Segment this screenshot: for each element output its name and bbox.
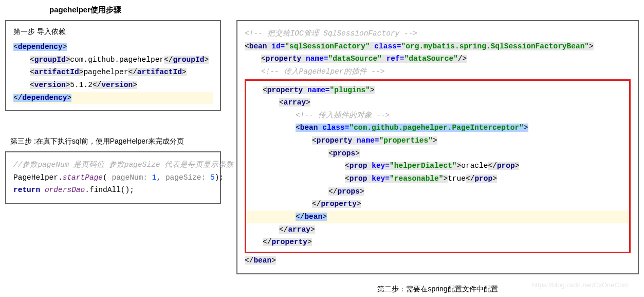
comment-ioc: <!-- 把交给IOC管理 SqlSessionFactory --> — [245, 27, 631, 40]
attr-name-props: name= — [357, 136, 379, 145]
step3-comment: //参数pageNum 是页码值 参数pageSize 代表是每页显示条数 — [13, 159, 213, 171]
step3-box: //参数pageNum 是页码值 参数pageSize 代表是每页显示条数 Pa… — [5, 151, 221, 204]
inner-bean-open: bean — [300, 124, 318, 132]
param-pagenum-label: pageNum: — [112, 173, 148, 182]
version-val: 5.1.2 — [70, 81, 93, 89]
inner-class-val: "com.github.pagehelper.PageInterceptor" — [349, 124, 523, 132]
main-container: 第一步 导入依赖 <dependency> <groupId>com.githu… — [5, 20, 639, 294]
props-close: props — [337, 187, 360, 196]
attr-name-ds-val: "dataSource" — [328, 55, 382, 63]
right-column: <!-- 把交给IOC管理 SqlSessionFactory --> <bea… — [236, 20, 639, 294]
val-reason: true — [448, 174, 466, 183]
attr-id: id= — [271, 42, 285, 50]
attr-name-ds: name= — [306, 55, 328, 63]
bean-open: bean — [249, 42, 267, 50]
property-props-close: property — [321, 200, 357, 208]
attr-class-val: "org.mybatis.spring.SqlSessionFactoryBea… — [401, 42, 589, 50]
pagehelper-class: PageHelper. — [13, 173, 63, 182]
param-pagesize-label: pageSize: — [165, 173, 206, 182]
step3-heading: 第三步 :在真下执行sql前，使用PageHelper来完成分页 — [10, 137, 221, 146]
comment-obj: <!-- 传入插件的对象 --> — [246, 109, 629, 122]
groupid-val: com.github.pagehelper — [70, 56, 164, 64]
groupid-tag: groupId — [34, 56, 66, 64]
return-kw: return — [13, 186, 40, 194]
property-ds: property — [266, 55, 302, 63]
prop-dialect: prop — [349, 162, 367, 170]
version-tag: version — [34, 81, 66, 89]
step1-heading: 第一步 导入依赖 — [13, 27, 213, 37]
key-reason-val: "reasonable" — [390, 174, 443, 183]
watermark: https://blog.csdn.net/CxOneCom — [532, 281, 629, 289]
bean-close: bean — [253, 256, 271, 265]
property-plugins: property — [267, 86, 303, 94]
redbox-highlight: <property name="plugins"> <array> <!-- 传… — [245, 79, 631, 253]
artifactid-close: artifactId — [137, 68, 182, 76]
dependency-close: dependency — [22, 94, 67, 102]
attr-ref-val: "dataSource" — [404, 55, 457, 63]
attr-plugins-val: "plugins" — [330, 86, 370, 94]
attr-key-reason: key= — [372, 174, 390, 183]
prop-reason-close: prop — [474, 174, 492, 183]
attr-name-plugins: name= — [307, 86, 330, 94]
key-dialect-val: "helperDialect" — [390, 162, 457, 170]
attr-class: class= — [374, 42, 401, 50]
array-open: array — [284, 98, 306, 107]
val-dialect: oracle — [461, 162, 488, 170]
step1-code: <dependency> <groupId>com.github.pagehel… — [13, 41, 213, 104]
attr-ref: ref= — [387, 55, 404, 63]
left-column: 第一步 导入依赖 <dependency> <groupId>com.githu… — [5, 20, 221, 294]
artifactid-val: pagehelper — [83, 68, 128, 76]
startpage-method: startPage — [63, 173, 103, 182]
findall-call: .findAll(); — [85, 186, 134, 194]
array-close: array — [288, 225, 310, 234]
inner-bean-close: bean — [304, 213, 322, 221]
step1-box: 第一步 导入依赖 <dependency> <groupId>com.githu… — [5, 20, 221, 111]
attr-id-val: "sqlSessionFactory" — [285, 42, 370, 50]
dao-ident: ordersDao — [45, 186, 85, 194]
props-open: props — [333, 149, 356, 158]
inner-attr-class: class= — [322, 124, 349, 132]
artifactid-tag: artifactId — [34, 68, 79, 76]
step2-code: <!-- 把交给IOC管理 SqlSessionFactory --> <bea… — [245, 27, 631, 267]
prop-reason: prop — [349, 174, 367, 183]
groupid-close: groupId — [173, 56, 204, 64]
step2-box: <!-- 把交给IOC管理 SqlSessionFactory --> <bea… — [236, 20, 639, 274]
property-props: property — [317, 136, 353, 145]
property-plugins-close: property — [271, 238, 307, 246]
dependency-open: dependency — [18, 43, 63, 51]
param-pagesize-val: 5 — [210, 173, 215, 182]
attr-key-dialect: key= — [372, 162, 390, 170]
prop-dialect-close: prop — [497, 162, 515, 170]
attr-props-val: "properties" — [379, 136, 433, 145]
version-close: version — [101, 81, 133, 89]
step3-code: //参数pageNum 是页码值 参数pageSize 代表是每页显示条数 Pa… — [13, 159, 213, 197]
page-title: pagehelper使用步骤 — [49, 5, 639, 15]
comment-plugin: <!-- 传入PageHelper的插件 --> — [245, 65, 631, 78]
